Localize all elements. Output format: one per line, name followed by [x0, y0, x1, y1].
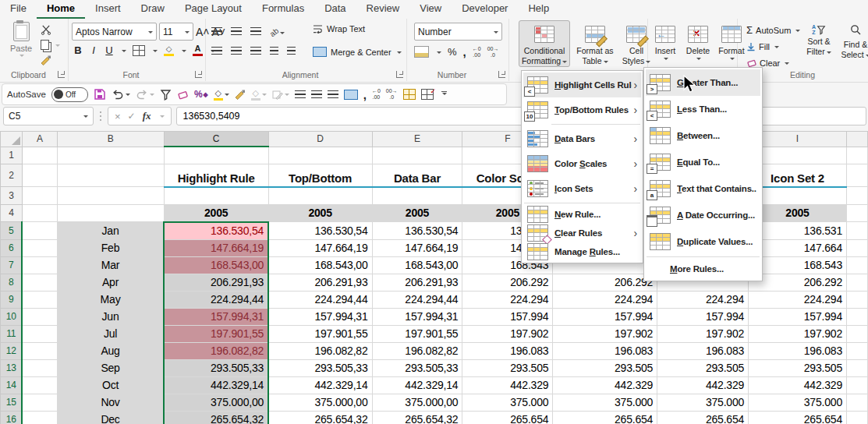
cell-icon-set-2[interactable]: 157.994 — [749, 308, 847, 325]
menu-item-equal-to[interactable]: =Equal To... — [646, 149, 760, 175]
cell-icon-set-2[interactable]: 442.329 — [749, 376, 847, 394]
italic-button[interactable]: I — [89, 44, 98, 56]
cell[interactable] — [846, 187, 867, 205]
cell-highlight-rule[interactable]: 136.530,54 — [164, 222, 268, 240]
percent-style-button[interactable]: % — [448, 46, 457, 58]
align-bottom-button[interactable] — [250, 27, 261, 35]
decrease-indent-button[interactable] — [270, 47, 278, 55]
section-title-data-bar[interactable]: Data Bar — [372, 164, 462, 187]
menu-item-manage-rules[interactable]: Manage Rules... — [523, 242, 641, 261]
align-middle-button[interactable] — [231, 27, 242, 35]
year-header[interactable]: 2005 — [164, 204, 268, 222]
paste-button[interactable]: Paste — [5, 22, 37, 58]
cell-month[interactable]: Mar — [57, 256, 164, 274]
col-header-c[interactable]: C — [164, 132, 268, 147]
decrease-decimal-button[interactable]: 00→.0 — [386, 88, 398, 100]
drag-dots-icon[interactable] — [100, 115, 101, 117]
cell-data-bar[interactable]: 442.329,14 — [372, 376, 462, 394]
cell[interactable] — [846, 147, 867, 164]
cell-month[interactable]: Oct — [57, 376, 164, 394]
cell[interactable] — [57, 147, 164, 164]
cell-month[interactable]: Dec — [57, 411, 164, 424]
increase-decimal-button[interactable]: ←0.00 — [473, 46, 481, 58]
cell[interactable] — [846, 376, 867, 394]
cell-color-scale[interactable]: 375.000 — [462, 394, 553, 411]
col-header-a[interactable]: A — [22, 132, 57, 147]
cell-month[interactable]: Aug — [57, 342, 164, 359]
cell-h[interactable]: 265.654 — [657, 411, 749, 424]
fill-color-button[interactable]: ◇ — [214, 89, 229, 101]
cell[interactable] — [22, 204, 57, 222]
cell-top-bottom[interactable]: 265.654,32 — [268, 411, 372, 424]
cancel-button[interactable]: × — [115, 111, 121, 122]
cell-highlight-rule[interactable]: 168.543,00 — [164, 256, 268, 274]
cell-color-scale[interactable]: 157.994 — [462, 308, 553, 325]
conditional-formatting-button[interactable]: Conditional Formatting — [519, 20, 570, 67]
row-header[interactable]: 11 — [1, 325, 23, 342]
tab-page-layout[interactable]: Page Layout — [175, 0, 252, 19]
cell-g[interactable]: 375.000 — [553, 394, 657, 411]
cell-month[interactable]: Apr — [57, 274, 164, 291]
cell-h[interactable]: 293.505 — [657, 359, 749, 376]
tab-home[interactable]: Home — [37, 0, 85, 19]
row-header[interactable]: 1 — [1, 147, 23, 164]
cell-g[interactable]: 265.654 — [553, 411, 657, 424]
name-box[interactable]: C5 — [3, 107, 94, 125]
cell-h[interactable]: 224.294 — [657, 291, 749, 308]
cell[interactable] — [22, 411, 57, 424]
cell-icon-set-2[interactable]: 197.902 — [749, 325, 847, 342]
cell-month[interactable]: Jun — [57, 308, 164, 325]
menu-item-more-rules[interactable]: More Rules... — [646, 259, 760, 279]
cell-data-bar[interactable]: 293.505,33 — [372, 359, 462, 376]
cell-top-bottom[interactable]: 157.994,31 — [268, 308, 372, 325]
menu-item-color-scales[interactable]: Color Scales› — [523, 151, 641, 176]
cell-top-bottom[interactable]: 375.000,00 — [268, 394, 372, 411]
cell-color-scale[interactable]: 206.292 — [462, 274, 553, 291]
cell[interactable] — [372, 187, 462, 205]
cell-month[interactable]: Nov — [57, 394, 164, 411]
tab-help[interactable]: Help — [518, 0, 559, 19]
tab-draw[interactable]: Draw — [131, 0, 175, 19]
decrease-decimal-button[interactable]: 00→.0 — [487, 46, 499, 58]
col-header-b[interactable]: B — [57, 132, 164, 147]
row-header[interactable]: 4 — [1, 204, 23, 222]
row-header[interactable]: 14 — [1, 376, 23, 394]
section-title-top-bottom[interactable]: Top/Bottom — [268, 164, 372, 187]
number-dialog-launcher-icon[interactable] — [498, 71, 505, 78]
cell-highlight-rule[interactable]: 157.994,31 — [164, 308, 268, 325]
cell-top-bottom[interactable]: 293.505,33 — [268, 359, 372, 376]
menu-item-a-date-occurring[interactable]: A Date Occurring... — [646, 202, 760, 228]
cell[interactable] — [22, 164, 57, 187]
align-top-button[interactable] — [211, 27, 222, 35]
alignment-dialog-launcher-icon[interactable] — [396, 71, 403, 78]
cell[interactable] — [22, 359, 57, 376]
row-header[interactable]: 9 — [1, 291, 23, 308]
tab-data[interactable]: Data — [314, 0, 356, 19]
tab-view[interactable]: View — [409, 0, 452, 19]
erase-button[interactable] — [177, 90, 189, 100]
undo-button[interactable] — [112, 89, 130, 101]
col-header-d[interactable]: D — [268, 132, 372, 147]
cell-highlight-rule[interactable]: 206.291,93 — [164, 274, 268, 291]
row-header[interactable]: 6 — [1, 239, 23, 256]
align-left-button[interactable] — [211, 47, 222, 55]
cell[interactable] — [846, 342, 867, 359]
align-center-button[interactable] — [311, 90, 322, 98]
increase-indent-button[interactable] — [287, 47, 296, 55]
cell-icon-set-2[interactable]: 168.543 — [749, 256, 847, 274]
clipboard-dialog-launcher-icon[interactable] — [58, 71, 65, 78]
cell-color-scale[interactable]: 197.902 — [462, 325, 553, 342]
cell-icon-set-2[interactable]: 375.000 — [749, 394, 847, 411]
draw-border-disabled-button[interactable] — [272, 90, 289, 100]
row-header[interactable]: 7 — [1, 256, 23, 274]
cell-data-bar[interactable]: 375.000,00 — [372, 394, 462, 411]
cell[interactable] — [268, 147, 372, 164]
delete-cells-button[interactable]: ✕ Delete — [684, 20, 712, 62]
cell[interactable] — [22, 308, 57, 325]
bold-button[interactable]: B — [73, 44, 83, 56]
font-dialog-launcher-icon[interactable] — [195, 71, 202, 78]
orientation-button[interactable]: ab — [270, 24, 285, 38]
align-left-button[interactable] — [295, 90, 306, 98]
cell-top-bottom[interactable]: 168.543,00 — [268, 256, 372, 274]
cell[interactable] — [846, 222, 867, 240]
